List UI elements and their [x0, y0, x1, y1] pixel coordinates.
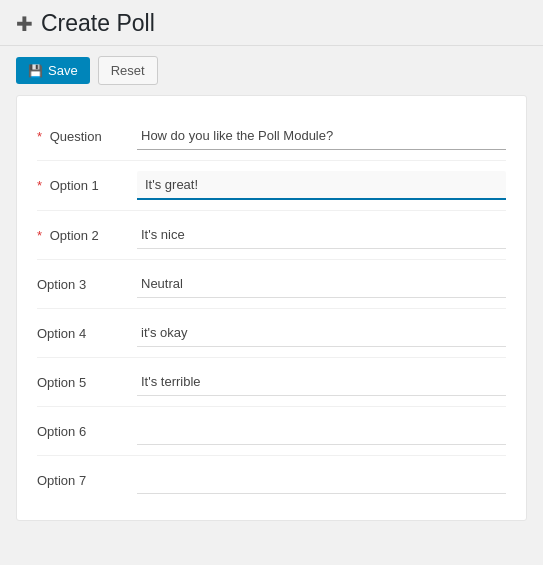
option-row-4: Option 4: [37, 309, 506, 358]
option-row-5: Option 5: [37, 358, 506, 407]
reset-button[interactable]: Reset: [98, 56, 158, 85]
option-input-5[interactable]: [137, 368, 506, 396]
save-button[interactable]: 💾 Save: [16, 57, 90, 84]
question-input[interactable]: [137, 122, 506, 150]
save-icon: 💾: [28, 64, 43, 78]
option-label-1: * Option 1: [37, 178, 137, 193]
option-input-1[interactable]: [137, 171, 506, 200]
option-label-2: * Option 2: [37, 228, 137, 243]
option-row-6: Option 6: [37, 407, 506, 456]
option-label-3: Option 3: [37, 277, 137, 292]
option-label-5: Option 5: [37, 375, 137, 390]
option-input-4[interactable]: [137, 319, 506, 347]
option-input-2[interactable]: [137, 221, 506, 249]
option-row-1: * Option 1: [37, 161, 506, 211]
plus-icon: ✚: [16, 12, 33, 36]
option-label-6: Option 6: [37, 424, 137, 439]
page-title: Create Poll: [41, 10, 155, 37]
option-label-4: Option 4: [37, 326, 137, 341]
form-card: * Question * Option 1* Option 2Option 3O…: [16, 95, 527, 521]
option-row-3: Option 3: [37, 260, 506, 309]
options-container: * Option 1* Option 2Option 3Option 4Opti…: [37, 161, 506, 504]
question-label: * Question: [37, 129, 137, 144]
option-label-7: Option 7: [37, 473, 137, 488]
question-row: * Question: [37, 112, 506, 161]
toolbar: 💾 Save Reset: [0, 46, 543, 95]
option-input-3[interactable]: [137, 270, 506, 298]
option-row-2: * Option 2: [37, 211, 506, 260]
option-row-7: Option 7: [37, 456, 506, 504]
page-header: ✚ Create Poll: [0, 0, 543, 46]
option-input-6[interactable]: [137, 417, 506, 445]
option-input-7[interactable]: [137, 466, 506, 494]
